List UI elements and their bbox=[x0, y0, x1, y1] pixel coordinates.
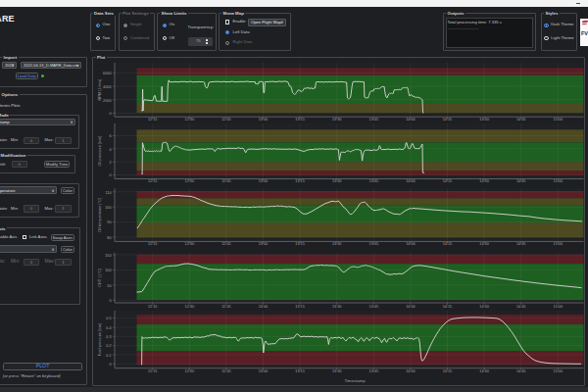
svg-text:14:00: 14:00 bbox=[406, 179, 416, 183]
svg-text:50: 50 bbox=[107, 284, 111, 288]
svg-text:13:30: 13:30 bbox=[332, 305, 342, 309]
svg-text:12:15: 12:15 bbox=[148, 242, 158, 246]
svg-text:13:15: 13:15 bbox=[295, 242, 305, 246]
svg-text:13:00: 13:00 bbox=[259, 179, 269, 183]
svg-text:12:45: 12:45 bbox=[221, 369, 231, 373]
svg-text:14:00: 14:00 bbox=[406, 305, 416, 309]
svg-text:Oil pressure [bar]: Oil pressure [bar] bbox=[98, 136, 103, 167]
svg-text:12:15: 12:15 bbox=[148, 369, 158, 373]
svg-text:14:15: 14:15 bbox=[443, 369, 453, 373]
svg-text:13:00: 13:00 bbox=[259, 305, 269, 309]
svg-text:14:15: 14:15 bbox=[443, 118, 453, 122]
svg-text:15:00: 15:00 bbox=[554, 242, 564, 246]
svg-text:14:15: 14:15 bbox=[443, 179, 453, 183]
svg-text:0: 0 bbox=[109, 173, 111, 177]
svg-text:13:45: 13:45 bbox=[369, 369, 379, 373]
svg-text:13:30: 13:30 bbox=[332, 369, 342, 373]
svg-text:14:30: 14:30 bbox=[479, 118, 489, 122]
svg-text:0: 0 bbox=[109, 299, 111, 303]
svg-text:12:30: 12:30 bbox=[185, 242, 195, 246]
svg-text:Oil temperature [°C]: Oil temperature [°C] bbox=[98, 198, 103, 232]
svg-text:0: 0 bbox=[109, 112, 111, 116]
svg-text:13:45: 13:45 bbox=[369, 242, 379, 246]
svg-text:14:30: 14:30 bbox=[479, 305, 489, 309]
svg-text:13:30: 13:30 bbox=[332, 242, 342, 246]
svg-text:100: 100 bbox=[105, 269, 111, 272]
svg-text:13:45: 13:45 bbox=[369, 305, 379, 309]
svg-text:13:00: 13:00 bbox=[259, 118, 269, 122]
svg-text:14:45: 14:45 bbox=[516, 242, 526, 246]
svg-text:13:15: 13:15 bbox=[295, 369, 305, 373]
svg-text:12:45: 12:45 bbox=[221, 179, 231, 183]
svg-text:13:15: 13:15 bbox=[295, 118, 305, 122]
svg-text:0.3: 0.3 bbox=[106, 335, 111, 339]
svg-text:150: 150 bbox=[105, 254, 111, 258]
svg-text:12:30: 12:30 bbox=[185, 118, 195, 122]
svg-text:0.4: 0.4 bbox=[106, 326, 111, 330]
svg-text:15:00: 15:00 bbox=[554, 179, 564, 183]
svg-text:14:45: 14:45 bbox=[516, 305, 526, 309]
svg-text:0.2: 0.2 bbox=[106, 344, 111, 348]
svg-text:14:30: 14:30 bbox=[479, 242, 489, 246]
svg-text:13:45: 13:45 bbox=[369, 118, 379, 122]
svg-text:15:00: 15:00 bbox=[554, 118, 564, 122]
svg-text:90: 90 bbox=[107, 220, 111, 224]
svg-text:0: 0 bbox=[109, 363, 111, 367]
svg-text:12:15: 12:15 bbox=[148, 305, 158, 309]
svg-text:13:15: 13:15 bbox=[295, 305, 305, 309]
svg-text:4: 4 bbox=[109, 148, 111, 152]
svg-text:12:45: 12:45 bbox=[221, 242, 231, 246]
svg-text:12:30: 12:30 bbox=[185, 369, 195, 373]
svg-text:6000: 6000 bbox=[103, 72, 111, 75]
svg-text:2: 2 bbox=[109, 161, 111, 165]
svg-text:6: 6 bbox=[109, 134, 111, 138]
svg-text:12:30: 12:30 bbox=[185, 305, 195, 309]
svg-text:RPM [1/min]: RPM [1/min] bbox=[98, 79, 103, 101]
svg-text:14:45: 14:45 bbox=[516, 369, 526, 373]
svg-text:110: 110 bbox=[105, 191, 111, 195]
svg-text:0.1: 0.1 bbox=[106, 354, 111, 358]
svg-text:Fuel pressure [bar]: Fuel pressure [bar] bbox=[98, 323, 103, 357]
svg-text:13:30: 13:30 bbox=[332, 118, 342, 122]
svg-text:13:45: 13:45 bbox=[369, 179, 379, 183]
svg-text:15:00: 15:00 bbox=[554, 305, 564, 309]
svg-text:Timestamp: Timestamp bbox=[344, 378, 366, 383]
svg-text:14:15: 14:15 bbox=[443, 242, 453, 246]
svg-text:12:15: 12:15 bbox=[148, 118, 158, 122]
svg-text:12:45: 12:45 bbox=[221, 118, 231, 122]
svg-text:14:45: 14:45 bbox=[516, 179, 526, 183]
svg-text:0.5: 0.5 bbox=[106, 317, 111, 320]
svg-text:4000: 4000 bbox=[103, 85, 111, 89]
svg-text:12:15: 12:15 bbox=[148, 179, 158, 183]
svg-text:80: 80 bbox=[107, 236, 111, 240]
svg-text:13:00: 13:00 bbox=[259, 369, 269, 373]
svg-text:14:45: 14:45 bbox=[516, 118, 526, 122]
svg-text:14:00: 14:00 bbox=[406, 242, 416, 246]
svg-text:15:00: 15:00 bbox=[554, 369, 564, 373]
svg-text:100: 100 bbox=[105, 206, 111, 210]
svg-text:13:00: 13:00 bbox=[259, 242, 269, 246]
svg-text:13:15: 13:15 bbox=[295, 179, 305, 183]
svg-text:13:30: 13:30 bbox=[332, 179, 342, 183]
svg-text:14:15: 14:15 bbox=[443, 305, 453, 309]
svg-text:2000: 2000 bbox=[103, 99, 111, 103]
svg-text:14:00: 14:00 bbox=[406, 369, 416, 373]
svg-text:CHT 1 [°C]: CHT 1 [°C] bbox=[98, 269, 103, 287]
svg-text:14:30: 14:30 bbox=[479, 179, 489, 183]
svg-text:12:45: 12:45 bbox=[221, 305, 231, 309]
svg-text:12:30: 12:30 bbox=[185, 179, 195, 183]
svg-text:14:30: 14:30 bbox=[479, 369, 489, 373]
svg-text:14:00: 14:00 bbox=[406, 118, 416, 122]
